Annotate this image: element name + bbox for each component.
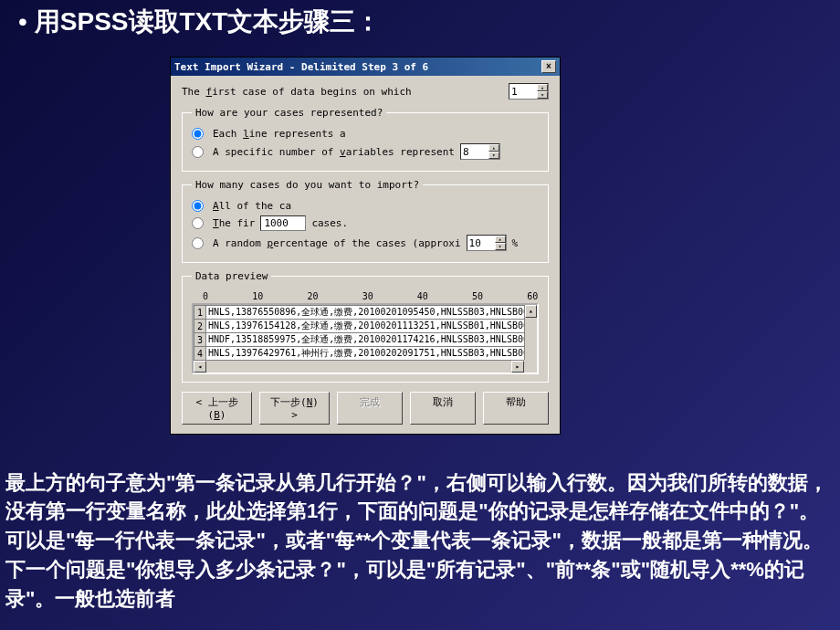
first-n-input[interactable] xyxy=(260,215,306,231)
slide-title: •用SPSS读取TXT文本步骤三： xyxy=(18,5,381,39)
data-preview-group: Data preview 0 10 20 30 40 50 60 1HNLS,1… xyxy=(182,270,549,383)
bullet: • xyxy=(18,7,27,36)
row-data: HNLS,13976154128,全球通,缴费,20100201113251,H… xyxy=(205,320,536,333)
dialog-button-row: < 上一步(B) 下一步(N) > 完成 取消 帮助 xyxy=(182,392,549,425)
spinner-up-icon[interactable]: ▴ xyxy=(495,236,506,243)
row-data: HNDF,13518859975,全球通,缴费,20100201174216,H… xyxy=(205,333,536,347)
spinner-down-icon[interactable]: ▾ xyxy=(537,91,548,99)
radio-specific-vars[interactable] xyxy=(192,146,204,158)
table-row: 1HNLS,13876550896,全球通,缴费,20100201095450,… xyxy=(194,306,537,320)
row-number: 1 xyxy=(194,306,206,320)
table-row: 4HNLS,13976429761,神州行,缴费,20100202091751,… xyxy=(194,347,537,361)
first-case-spinner[interactable]: ▴ ▾ xyxy=(509,83,549,100)
random-pct-spinner[interactable]: ▴ ▾ xyxy=(467,235,507,251)
dialog-title: Text Import Wizard - Delimited Step 3 of… xyxy=(174,61,428,73)
first-case-input[interactable] xyxy=(509,84,537,99)
slide-caption: 最上方的句子意为"第一条记录从第几行开始？"，右侧可以输入行数。因为我们所转的数… xyxy=(5,468,835,614)
scroll-up-icon[interactable]: ▴ xyxy=(525,305,537,318)
preview-hscroll[interactable]: ◂ ▸ xyxy=(194,360,524,373)
spinner-buttons[interactable]: ▴ ▾ xyxy=(495,236,506,250)
table-row: 3HNDF,13518859975,全球通,缴费,20100201174216,… xyxy=(194,333,537,347)
row-number: 2 xyxy=(194,320,206,333)
spinner-down-icon[interactable]: ▾ xyxy=(488,152,499,159)
specific-vars-spinner[interactable]: ▴ ▾ xyxy=(460,143,500,160)
scroll-corner xyxy=(524,360,537,373)
radio-all-cases-label: All of the ca xyxy=(213,200,291,212)
preview-box: 1HNLS,13876550896,全球通,缴费,20100201095450,… xyxy=(192,303,539,374)
radio-each-line-label: Each line represents a xyxy=(213,128,346,140)
dialog-titlebar: Text Import Wizard - Delimited Step 3 of… xyxy=(171,58,560,76)
cancel-button[interactable]: 取消 xyxy=(410,392,476,425)
random-pct-suffix: % xyxy=(512,237,519,249)
help-button[interactable]: 帮助 xyxy=(483,392,549,425)
spinner-buttons[interactable]: ▴ ▾ xyxy=(488,144,499,159)
import-count-group: How many cases do you want to import? Al… xyxy=(182,179,549,263)
cases-represented-group: How are your cases represented? Each lin… xyxy=(182,107,549,172)
radio-random-pct-label: A random percentage of the cases (approx… xyxy=(213,237,461,249)
first-n-suffix: cases. xyxy=(311,217,348,229)
spinner-buttons[interactable]: ▴ ▾ xyxy=(537,84,548,99)
title-text: 用SPSS读取TXT文本步骤三： xyxy=(35,7,382,36)
data-preview-legend: Data preview xyxy=(192,270,271,282)
row-number: 3 xyxy=(194,333,206,347)
radio-first-n[interactable] xyxy=(192,217,204,229)
scroll-left-icon[interactable]: ◂ xyxy=(194,361,206,373)
scroll-right-icon[interactable]: ▸ xyxy=(511,361,524,373)
radio-specific-vars-label: A specific number of variables represent xyxy=(213,146,455,158)
radio-first-n-label: The fir xyxy=(213,217,255,229)
text-import-wizard-dialog: Text Import Wizard - Delimited Step 3 of… xyxy=(170,57,561,435)
specific-vars-input[interactable] xyxy=(461,144,488,159)
radio-all-cases[interactable] xyxy=(192,200,204,212)
first-case-row: The first case of data begins on which ▴… xyxy=(182,83,549,100)
close-button[interactable]: × xyxy=(541,60,556,73)
spinner-up-icon[interactable]: ▴ xyxy=(488,144,499,152)
row-data: HNLS,13976429761,神州行,缴费,20100202091751,H… xyxy=(205,347,536,361)
next-button[interactable]: 下一步(N) > xyxy=(259,392,330,425)
radio-each-line[interactable] xyxy=(192,128,204,140)
finish-button: 完成 xyxy=(337,392,403,425)
preview-ruler: 0 10 20 30 40 50 60 xyxy=(192,291,539,301)
preview-vscroll[interactable]: ▴ xyxy=(524,305,537,360)
row-data: HNLS,13876550896,全球通,缴费,20100201095450,H… xyxy=(205,306,536,320)
radio-random-pct[interactable] xyxy=(192,237,204,249)
dialog-body: The first case of data begins on which ▴… xyxy=(171,76,560,434)
first-case-label: The first case of data begins on which xyxy=(182,86,503,98)
spinner-down-icon[interactable]: ▾ xyxy=(495,243,506,250)
import-count-legend: How many cases do you want to import? xyxy=(192,179,423,191)
cases-represented-legend: How are your cases represented? xyxy=(192,107,386,119)
table-row: 2HNLS,13976154128,全球通,缴费,20100201113251,… xyxy=(194,320,537,333)
random-pct-input[interactable] xyxy=(467,236,495,250)
row-number: 4 xyxy=(194,347,206,361)
back-button[interactable]: < 上一步(B) xyxy=(182,392,252,425)
spinner-up-icon[interactable]: ▴ xyxy=(537,84,548,91)
